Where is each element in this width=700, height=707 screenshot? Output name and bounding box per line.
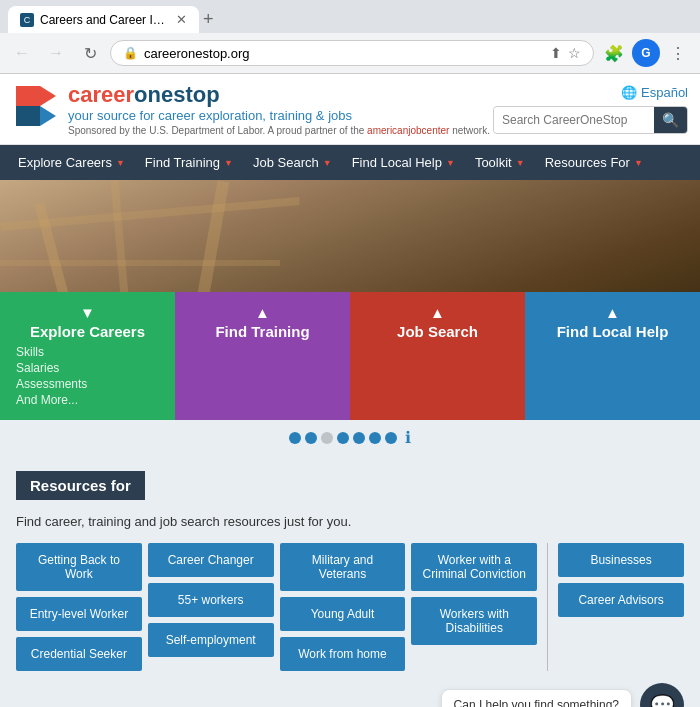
svg-marker-3 [40,106,56,126]
jobs-card-title: ▲ Job Search [366,304,509,340]
up-arrow-icon: ▲ [605,304,620,321]
btn-career-advisors[interactable]: Career Advisors [558,583,684,617]
btn-work-from-home[interactable]: Work from home [280,637,406,671]
address-input[interactable] [144,46,544,61]
chevron-down-icon: ▼ [323,158,332,168]
ajc-link[interactable]: americanjobcenter [367,125,449,136]
explore-card-sub: Skills Salaries Assessments And More... [16,340,159,408]
btn-disabilities[interactable]: Workers with Disabilities [411,597,537,645]
carousel-dot-5[interactable] [353,432,365,444]
nav-job-search[interactable]: Job Search ▼ [243,145,342,180]
btn-self-employment[interactable]: Self-employment [148,623,274,657]
btn-career-changer[interactable]: Career Changer [148,543,274,577]
resources-header: Resources for [16,471,684,500]
explore-sub-assessments[interactable]: Assessments [16,376,159,392]
training-card-title: ▲ Find Training [191,304,334,340]
local-card-title: ▲ Find Local Help [541,304,684,340]
nav-find-local-help[interactable]: Find Local Help ▼ [342,145,465,180]
chevron-down-icon: ▼ [446,158,455,168]
chevron-down-icon: ▼ [516,158,525,168]
language-button[interactable]: 🌐 Español [621,85,688,100]
nav-label: Toolkit [475,155,512,170]
star-icon[interactable]: ☆ [568,45,581,61]
logo-icon [12,82,60,130]
btn-getting-back[interactable]: Getting Back to Work [16,543,142,591]
nav-resources-for[interactable]: Resources For ▼ [535,145,653,180]
btn-military[interactable]: Military and Veterans [280,543,406,591]
refresh-button[interactable]: ↻ [76,39,104,67]
btn-criminal[interactable]: Worker with a Criminal Conviction [411,543,537,591]
search-input[interactable] [494,108,654,132]
hero-card-training[interactable]: ▲ Find Training [175,292,350,420]
resources-col-5: Businesses Career Advisors [558,543,684,671]
logo-text: careeronestop your source for career exp… [68,82,490,136]
btn-credential[interactable]: Credential Seeker [16,637,142,671]
down-arrow-icon: ▼ [80,304,95,321]
forward-button[interactable]: → [42,39,70,67]
nav-label: Explore Careers [18,155,112,170]
nav-find-training[interactable]: Find Training ▼ [135,145,243,180]
info-icon[interactable]: ℹ [405,428,411,447]
profile-button[interactable]: G [632,39,660,67]
resources-col-3: Military and Veterans Young Adult Work f… [280,543,406,671]
nav-label: Find Training [145,155,220,170]
logo-sponsor: Sponsored by the U.S. Department of Labo… [68,125,490,136]
new-tab-button[interactable]: + [199,9,218,30]
main-nav: Explore Careers ▼ Find Training ▼ Job Se… [0,145,700,180]
carousel-dot-4[interactable] [337,432,349,444]
carousel-dot-2[interactable] [305,432,317,444]
chatbot-area: Can I help you find something? 💬 [16,683,684,707]
tab-favicon: C [20,13,34,27]
chevron-down-icon: ▼ [634,158,643,168]
nav-toolkit[interactable]: Toolkit ▼ [465,145,535,180]
site-header: careeronestop your source for career exp… [0,74,700,145]
svg-marker-0 [16,86,40,106]
btn-entry-level[interactable]: Entry-level Worker [16,597,142,631]
btn-55plus[interactable]: 55+ workers [148,583,274,617]
chatbot-button[interactable]: 💬 [640,683,684,707]
carousel-dot-6[interactable] [369,432,381,444]
hero-card-local[interactable]: ▲ Find Local Help [525,292,700,420]
header-right: 🌐 Español 🔍 [493,85,688,134]
menu-button[interactable]: ⋮ [664,39,692,67]
search-button[interactable]: 🔍 [654,107,687,133]
explore-card-title: ▼ Explore Careers [16,304,159,340]
address-bar[interactable]: 🔒 ⬆ ☆ [110,40,594,66]
logo-name: careeronestop [68,82,490,108]
resources-section: Resources for Find career, training and … [0,455,700,707]
share-icon[interactable]: ⬆ [550,45,562,61]
up-arrow-icon: ▲ [255,304,270,321]
browser-toolbar: ← → ↻ 🔒 ⬆ ☆ 🧩 G ⋮ [0,33,700,73]
column-separator [547,543,548,671]
search-box: 🔍 [493,106,688,134]
puzzle-icon-button[interactable]: 🧩 [600,39,628,67]
hero-section: ▼ Explore Careers Skills Salaries Assess… [0,180,700,420]
tab-title: Careers and Career Information [40,13,170,27]
chatbot-bubble: Can I help you find something? [441,689,632,707]
explore-sub-more[interactable]: And More... [16,392,159,408]
carousel-dot-1[interactable] [289,432,301,444]
hero-cards: ▼ Explore Careers Skills Salaries Assess… [0,292,700,420]
carousel-dot-7[interactable] [385,432,397,444]
explore-sub-skills[interactable]: Skills [16,344,159,360]
lock-icon: 🔒 [123,46,138,60]
browser-action-buttons: 🧩 G ⋮ [600,39,692,67]
carousel-dot-3[interactable] [321,432,333,444]
btn-young-adult[interactable]: Young Adult [280,597,406,631]
nav-label: Resources For [545,155,630,170]
nav-label: Find Local Help [352,155,442,170]
btn-businesses[interactable]: Businesses [558,543,684,577]
hero-card-explore[interactable]: ▼ Explore Careers Skills Salaries Assess… [0,292,175,420]
nav-explore-careers[interactable]: Explore Careers ▼ [8,145,135,180]
browser-tabs-bar: C Careers and Career Information ✕ + [0,0,700,33]
active-tab[interactable]: C Careers and Career Information ✕ [8,6,199,33]
chat-icon: 💬 [650,693,675,707]
logo-onestop: onestop [134,82,220,107]
back-button[interactable]: ← [8,39,36,67]
tab-close-button[interactable]: ✕ [176,12,187,27]
resources-subtitle: Find career, training and job search res… [16,510,684,533]
hero-card-jobs[interactable]: ▲ Job Search [350,292,525,420]
explore-sub-salaries[interactable]: Salaries [16,360,159,376]
svg-marker-1 [16,106,40,126]
svg-marker-2 [40,86,56,106]
